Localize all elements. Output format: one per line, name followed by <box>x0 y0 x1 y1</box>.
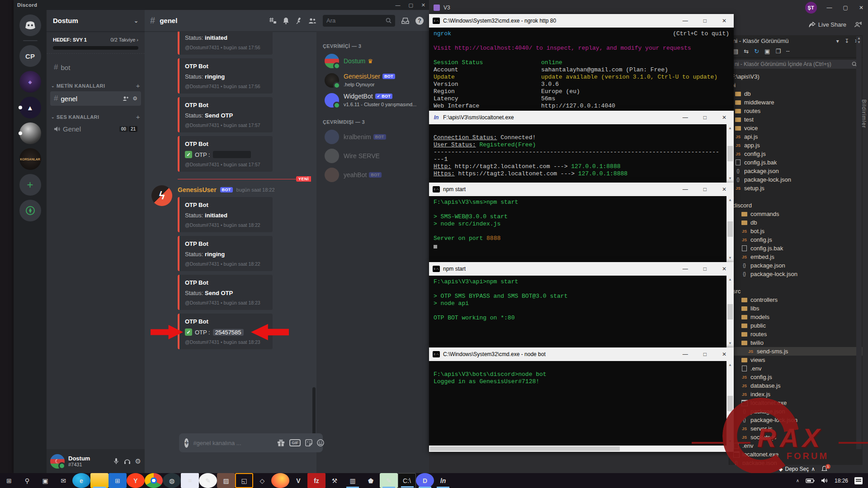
author-name[interactable]: GenesisUser <box>178 186 217 193</box>
tree-item[interactable]: db <box>731 89 863 98</box>
tree-item[interactable]: app.js <box>731 141 863 150</box>
gif-button[interactable]: GIF <box>289 439 301 446</box>
cmd-titlebar[interactable]: C:\ npm start — □ ✕ <box>429 262 734 276</box>
maximize-icon[interactable]: □ <box>703 186 707 192</box>
tree-item[interactable]: db <box>731 218 863 227</box>
tree-item[interactable]: src <box>731 287 863 296</box>
tree-item[interactable]: package-lock.json <box>731 270 863 278</box>
action-center-icon[interactable] <box>854 477 863 484</box>
tree-item[interactable]: config.js <box>731 373 863 381</box>
channel-genel[interactable]: # genel ⚙ <box>50 91 141 106</box>
maximize-icon[interactable]: □ <box>703 18 707 24</box>
tree-item[interactable]: server.js <box>731 424 863 433</box>
tree-scrollbar[interactable]: ▲▼ <box>856 36 862 449</box>
tree-item[interactable]: package.json <box>731 167 863 175</box>
live-share-button[interactable]: Live Share <box>809 21 846 28</box>
maximize-icon[interactable]: ▢ <box>408 2 413 8</box>
tree-item[interactable]: package.json <box>731 459 863 465</box>
tree-item[interactable]: .env <box>731 441 863 450</box>
tree-item[interactable]: routes <box>731 107 863 115</box>
taskbar-icon[interactable]: ◱ <box>235 473 253 488</box>
channel-settings-gear-icon[interactable]: ⚙ <box>132 95 137 102</box>
taskbar-icon[interactable]: Y <box>127 473 145 488</box>
close-icon[interactable]: ✕ <box>722 186 726 192</box>
member-row[interactable]: Wire SERVE <box>323 146 425 165</box>
add-channel-icon[interactable]: + <box>136 82 140 89</box>
server-purple-emblem[interactable]: ◈ <box>19 71 41 93</box>
taskbar-icon[interactable]: ✎ <box>199 473 217 488</box>
tree-item[interactable]: commands <box>731 210 863 218</box>
maximize-icon[interactable]: □ <box>703 114 707 121</box>
microphone-icon[interactable] <box>113 458 119 465</box>
close-icon[interactable]: ✕ <box>722 114 726 121</box>
taskbar-icon[interactable]: ◍ <box>163 473 181 488</box>
chat-scrollbar[interactable] <box>312 32 316 473</box>
tree-item[interactable]: localtonet.exe <box>731 399 863 407</box>
horizontal-scrollbar[interactable] <box>429 446 734 452</box>
tree-item[interactable]: api.js <box>731 132 863 141</box>
tool-icon[interactable]: ╌ <box>786 48 790 55</box>
pinned-messages-icon[interactable] <box>296 17 302 24</box>
close-icon[interactable]: ✕ <box>722 18 726 24</box>
server-photo[interactable] <box>19 122 41 144</box>
scrollbar[interactable]: ▲▼ <box>726 196 734 262</box>
goal-progress[interactable]: 0/2 Takviye <box>111 37 136 42</box>
notifications-side-tab[interactable]: Bildirimler <box>861 99 867 128</box>
tree-item[interactable]: database.js <box>731 381 863 390</box>
tree-item[interactable]: setup.js <box>731 184 863 192</box>
channel-bot[interactable]: #bot <box>50 60 141 75</box>
minimize-icon[interactable]: — <box>683 351 688 357</box>
voice-channel-genel[interactable]: Genel 00 21 <box>50 122 141 136</box>
gift-icon[interactable] <box>277 439 285 446</box>
taskbar-icon[interactable]: D <box>416 473 434 488</box>
taskbar-icon[interactable]: ✉ <box>54 473 72 488</box>
tree-item[interactable]: send-sms.js <box>731 347 863 356</box>
tree-item[interactable]: test <box>731 115 863 124</box>
repo-select-button[interactable]: ◆ Depo Seç ∧ <box>778 466 815 472</box>
notifications-bell-icon[interactable] <box>283 17 289 24</box>
tree-item[interactable]: routes <box>731 330 863 338</box>
otp-spoiler-hidden[interactable] <box>213 151 251 158</box>
tree-item[interactable]: package.json <box>731 261 863 270</box>
tree-item[interactable]: s <box>731 278 863 287</box>
cmd-titlebar[interactable]: C:\ C:\Windows\System32\cmd.exe - node b… <box>429 347 734 361</box>
tree-item[interactable]: package.json <box>731 407 863 416</box>
maximize-icon[interactable]: □ <box>703 266 707 272</box>
clock[interactable]: 18:26 <box>835 478 848 484</box>
minimize-icon[interactable]: — <box>683 114 688 121</box>
scrollbar[interactable]: ▲▼ <box>726 361 734 446</box>
taskbar-icon[interactable] <box>145 473 163 488</box>
dropdown-icon[interactable]: ▾ <box>836 38 839 44</box>
member-row[interactable]: yeahBot BOT <box>323 165 425 184</box>
scrollbar[interactable]: ▲▼ <box>726 124 734 183</box>
taskbar-icon[interactable]: ⚲ <box>18 473 36 488</box>
taskbar-icon[interactable]: ◇ <box>253 473 271 488</box>
tree-item[interactable]: views <box>731 356 863 364</box>
tree-item[interactable]: s <box>731 192 863 201</box>
tree-item[interactable]: models <box>731 313 863 321</box>
taskbar-icon[interactable]: C:\ <box>398 473 416 488</box>
solution-search-input[interactable] <box>735 61 852 67</box>
tree-item[interactable]: package-lock.json <box>731 416 863 424</box>
tree-item[interactable]: twilio <box>731 338 863 347</box>
taskbar-icon[interactable]: ⬟ <box>362 473 380 488</box>
tree-item[interactable]: discord <box>731 201 863 210</box>
cmd-titlebar[interactable]: C:\ npm start — □ ✕ <box>429 183 734 196</box>
headphones-icon[interactable] <box>124 458 131 465</box>
vs-account-avatar[interactable]: ŞT <box>805 2 817 14</box>
minimize-icon[interactable]: — <box>683 186 688 192</box>
battery-icon[interactable] <box>806 478 815 483</box>
attach-plus-icon[interactable]: + <box>184 438 189 448</box>
tree-item[interactable]: voice <box>731 124 863 132</box>
server-dark[interactable]: KORSANLAR <box>19 148 41 170</box>
taskbar-icon[interactable]: ⊞ <box>0 473 18 488</box>
refresh-icon[interactable]: ↻ <box>754 48 759 55</box>
tree-item[interactable]: F:\apis\V3) <box>731 72 863 81</box>
minimize-icon[interactable]: — <box>683 18 688 24</box>
solution-search-box[interactable] <box>732 60 860 69</box>
user-avatar[interactable]: ☾ <box>50 454 65 469</box>
taskbar-icon[interactable]: e <box>72 473 90 488</box>
add-server-button[interactable]: + <box>19 174 41 196</box>
message-input[interactable] <box>193 440 273 446</box>
server-header[interactable]: Dostum ⌄ <box>47 10 145 32</box>
